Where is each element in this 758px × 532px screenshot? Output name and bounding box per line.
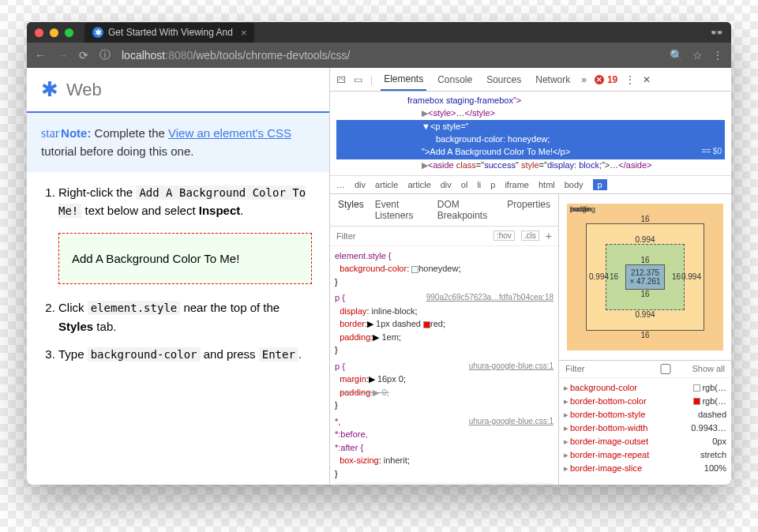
cls-toggle[interactable]: .cls xyxy=(521,230,539,241)
more-tabs-icon[interactable]: » xyxy=(581,74,587,85)
inspect-element-icon[interactable]: ⮹ xyxy=(336,74,346,85)
devtools-menu-icon[interactable]: ⋮ xyxy=(625,74,635,85)
subtab-styles[interactable]: Styles xyxy=(338,199,364,221)
url[interactable]: localhost:8080/web/tools/chrome-devtools… xyxy=(122,49,351,62)
tutorial-link[interactable]: View an element's CSS xyxy=(168,126,291,140)
devtools-close-icon[interactable]: ✕ xyxy=(643,74,651,85)
tab-sources[interactable]: Sources xyxy=(483,69,524,90)
new-rule-icon[interactable]: + xyxy=(546,230,552,242)
instruction-list: Right-click the Add A Background Color T… xyxy=(27,172,329,373)
step-3: Type background-color and press Enter. xyxy=(58,345,312,364)
bookmark-star-icon[interactable]: ☆ xyxy=(692,49,703,62)
maximize-window-dot[interactable] xyxy=(65,28,73,37)
titlebar: ✱ Get Started With Viewing And × 👓 xyxy=(27,22,731,43)
site-info-icon[interactable]: ⓘ xyxy=(99,48,111,62)
devtools-panel: ⮹ ▭ | Elements Console Sources Network »… xyxy=(330,68,731,485)
styles-filter-input[interactable] xyxy=(336,231,384,241)
show-all-checkbox xyxy=(642,364,689,374)
site-logo-icon: ✱ xyxy=(41,77,58,102)
subtab-properties[interactable]: Properties xyxy=(507,199,550,221)
tab-console[interactable]: Console xyxy=(434,69,475,90)
minimize-window-dot[interactable] xyxy=(50,28,58,37)
close-window-dot[interactable] xyxy=(35,28,43,37)
subtab-dom-breakpoints[interactable]: DOM Breakpoints xyxy=(437,199,497,221)
box-model[interactable]: margin16 border0.994 padding16 0.994 16 … xyxy=(559,194,731,361)
device-toggle-icon[interactable]: ▭ xyxy=(354,74,362,85)
page-header: ✱ Web xyxy=(27,68,329,113)
dom-tree[interactable]: framebox staging-framebox"> ▶<style>…</s… xyxy=(330,92,731,175)
css-rules[interactable]: element.style { background-color: honeyd… xyxy=(330,246,558,485)
dom-breadcrumb[interactable]: …divarticlearticledivollipiframehtmlbody… xyxy=(330,175,731,194)
tab-favicon: ✱ xyxy=(92,27,103,38)
browser-window: ✱ Get Started With Viewing And × 👓 ← → ⟳… xyxy=(27,22,731,485)
page-content: ✱ Web starNote: Complete the View an ele… xyxy=(27,68,330,485)
site-title: Web xyxy=(66,80,102,100)
tab-close-icon[interactable]: × xyxy=(241,27,247,39)
menu-dots-icon[interactable]: ⋮ xyxy=(712,49,723,62)
devtools-toolbar: ⮹ ▭ | Elements Console Sources Network »… xyxy=(330,68,731,92)
tab-title: Get Started With Viewing And xyxy=(108,27,233,38)
zoom-icon[interactable]: 🔍 xyxy=(670,49,683,62)
computed-properties[interactable]: ▸background-colorrgb(…▸border-bottom-col… xyxy=(559,378,731,478)
address-bar: ← → ⟳ ⓘ localhost:8080/web/tools/chrome-… xyxy=(27,43,731,68)
step-1: Right-click the Add A Background Color T… xyxy=(58,183,312,285)
subtab-event-listeners[interactable]: Event Listeners xyxy=(375,199,426,221)
styles-subtabs: Styles Event Listeners DOM Breakpoints P… xyxy=(330,194,558,227)
tab-network[interactable]: Network xyxy=(532,69,573,90)
hov-toggle[interactable]: :hov xyxy=(493,230,515,241)
browser-tab[interactable]: ✱ Get Started With Viewing And × xyxy=(84,23,254,43)
error-badge[interactable]: ✕19 xyxy=(595,74,617,85)
step-2: Click element.style near the top of the … xyxy=(58,298,312,335)
computed-filter-input[interactable] xyxy=(565,364,613,373)
back-icon[interactable]: ← xyxy=(35,49,46,62)
reload-icon[interactable]: ⟳ xyxy=(79,49,88,62)
demo-background-box[interactable]: Add A Background Color To Me! xyxy=(58,233,312,284)
note-callout: starNote: Complete the View an element's… xyxy=(27,113,329,172)
forward-icon[interactable]: → xyxy=(57,49,68,62)
incognito-icon: 👓 xyxy=(710,26,723,39)
tab-elements[interactable]: Elements xyxy=(381,69,426,91)
